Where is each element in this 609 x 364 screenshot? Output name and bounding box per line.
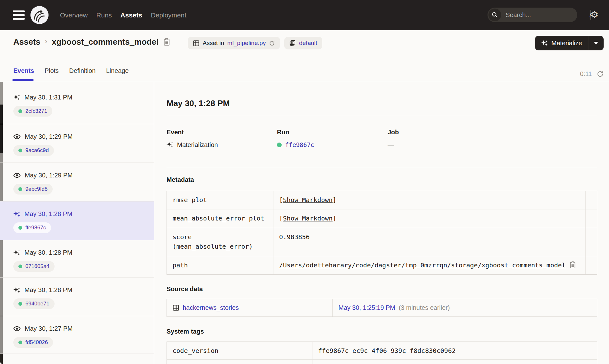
metadata-key: rmse plot (167, 191, 273, 209)
run-status-dot (18, 226, 22, 230)
metadata-value: 0.983856 (273, 228, 585, 256)
source-data-table: hackernews_stories May 30, 1:25:19 PM (3… (167, 299, 597, 317)
event-detail-title: May 30, 1:28 PM (167, 98, 597, 109)
event-list-item[interactable]: May 30, 1:29 PM 9aca6c9d (0, 124, 154, 163)
tab-bar: Events Plots Definition Lineage (13, 67, 129, 74)
event-list-item[interactable]: May 30, 1:29 PM 9ebc9fd8 (0, 163, 154, 201)
divider (167, 115, 597, 115)
system-tag-key: code_version (167, 342, 312, 359)
asset-header-row: Assets › xgboost_comments_model Asset in… (0, 30, 609, 52)
metadata-key: mean_absolute_error plot (167, 209, 273, 228)
run-id-link[interactable]: 9aca6c9d (25, 147, 49, 154)
asset-tabs-row: Events Plots Definition Lineage 0:11 (0, 52, 609, 82)
run-status-dot (18, 265, 22, 268)
event-list-item[interactable]: May 30, 1:27 PM fd540026 (0, 316, 154, 354)
show-markdown-link[interactable]: [Show Markdown] (279, 196, 337, 204)
run-id-link[interactable]: 2cfc3271 (25, 108, 47, 114)
search-box[interactable]: / (488, 8, 577, 22)
tab-events[interactable]: Events (13, 67, 34, 74)
run-status-dot (277, 143, 282, 147)
run-id-link[interactable]: 9ebc9fd8 (25, 186, 48, 192)
breadcrumb-assets-link[interactable]: Assets (13, 37, 40, 47)
path-link[interactable]: /Users/odetteharary/code/dagster/tmp_0mz… (279, 260, 566, 270)
copy-asset-name-icon[interactable] (163, 38, 170, 46)
divider (167, 167, 597, 167)
event-timestamp: May 30, 1:28 PM (24, 210, 72, 218)
metadata-value: /Users/odetteharary/code/dagster/tmp_0mz… (273, 256, 585, 274)
group-layers-icon (289, 40, 296, 47)
source-asset-link[interactable]: hackernews_stories (183, 304, 239, 311)
refresh-countdown: 0:11 (580, 70, 592, 78)
event-summary-values: Materialization ffe9867c — (167, 140, 597, 150)
code-location-link[interactable]: ml_pipeline.py (227, 40, 266, 47)
materialize-label: Materialize (551, 40, 582, 47)
run-pill: 6940be71 (13, 298, 55, 309)
run-label: Run (277, 128, 388, 136)
tab-plots[interactable]: Plots (45, 67, 59, 74)
run-status-dot (18, 302, 22, 306)
run-pill: 9ebc9fd8 (13, 184, 53, 195)
search-icon (488, 9, 501, 21)
metadata-table: rmse plot [Show Markdown] mean_absolute_… (167, 191, 597, 275)
run-status-dot (18, 187, 22, 191)
source-timestamp-link[interactable]: May 30, 1:25:19 PM (338, 304, 395, 311)
nav-overview[interactable]: Overview (60, 11, 88, 19)
refresh-icon[interactable] (597, 70, 604, 78)
code-location-prefix: Asset in (203, 40, 224, 47)
run-id-link[interactable]: ffe9867c (25, 225, 46, 231)
reload-location-icon[interactable] (269, 40, 275, 46)
run-id-link[interactable]: 071605a4 (25, 263, 49, 270)
event-label: Event (167, 128, 277, 136)
breadcrumb-separator: › (45, 37, 47, 46)
run-pill: 071605a4 (13, 261, 55, 272)
dagster-logo[interactable] (30, 6, 49, 24)
materialize-options-button[interactable] (588, 36, 604, 50)
event-list-item[interactable]: May 30, 1:28 PM 071605a4 (0, 240, 154, 278)
materialize-button[interactable]: Materialize (535, 36, 588, 50)
search-input[interactable] (506, 11, 590, 19)
job-empty-value: — (388, 141, 394, 149)
run-status-dot (18, 341, 22, 344)
settings-gear-icon[interactable]: ⚙ (588, 8, 601, 21)
materialize-split-button: Materialize (535, 36, 604, 50)
code-location-tag: Asset in ml_pipeline.py (188, 37, 280, 49)
metadata-value: [Show Markdown] (273, 191, 585, 209)
metadata-key: score (mean_absolute_error) (167, 228, 273, 256)
tab-definition[interactable]: Definition (69, 67, 95, 74)
show-markdown-link[interactable]: [Show Markdown] (279, 214, 337, 222)
system-tags-table: code_version ffe9867c-ec9c-4f06-939c-f8d… (167, 342, 597, 364)
job-label: Job (388, 128, 597, 136)
table-grid-icon (173, 304, 179, 311)
metadata-action-cell (585, 209, 597, 228)
event-list-item-selected[interactable]: May 30, 1:28 PM ffe9867c (0, 201, 154, 240)
nav-deployment[interactable]: Deployment (151, 11, 186, 19)
materialization-sparkles-icon (13, 287, 20, 294)
materialization-sparkles-icon (13, 249, 20, 256)
copy-path-icon[interactable] (569, 261, 576, 269)
source-data-heading: Source data (167, 285, 597, 293)
run-id-link[interactable]: ffe9867c (285, 141, 314, 148)
run-id-link[interactable]: fd540026 (25, 339, 48, 346)
system-tag-value (312, 359, 597, 364)
event-timestamp: May 30, 1:27 PM (25, 325, 73, 332)
asset-group-link[interactable]: default (299, 40, 317, 47)
event-timestamp: May 30, 1:28 PM (24, 286, 72, 294)
system-tag-key (167, 359, 312, 364)
event-list-item[interactable]: May 30, 1:31 PM 2cfc3271 (0, 82, 154, 124)
asset-group-tag: default (284, 37, 322, 49)
metadata-value: [Show Markdown] (273, 209, 585, 228)
materialization-sparkles-icon (167, 141, 174, 148)
event-summary-labels: Event Run Job (167, 128, 597, 136)
run-id-link[interactable]: 6940be71 (25, 301, 49, 307)
nav-assets[interactable]: Assets (121, 11, 142, 19)
menu-icon[interactable] (13, 10, 25, 20)
event-list-sidebar: May 30, 1:31 PM 2cfc3271 May 30, 1:29 PM… (0, 82, 154, 364)
tab-lineage[interactable]: Lineage (106, 67, 128, 74)
asset-name: xgboost_comments_model (52, 37, 159, 47)
event-detail-panel: May 30, 1:28 PM Event Run Job Materializ… (167, 82, 597, 364)
event-list-item[interactable]: May 30, 1:28 PM 6940be71 (0, 278, 154, 316)
observation-eye-icon (13, 172, 21, 179)
caret-down-icon (594, 42, 598, 44)
nav-runs[interactable]: Runs (96, 11, 112, 19)
system-tags-heading: System tags (167, 327, 597, 335)
